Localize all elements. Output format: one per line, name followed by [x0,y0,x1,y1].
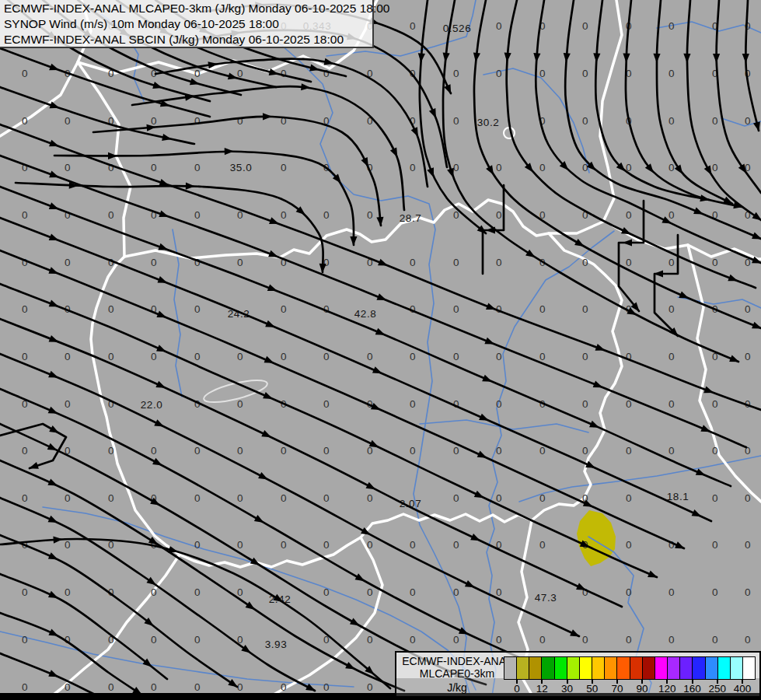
wind-arrowhead [355,573,367,584]
colorbar-cell [679,657,692,679]
wind-arrowhead [580,541,592,551]
wind-arrowhead [48,552,60,562]
wind-streamline [179,30,447,167]
wind-streamline [657,0,732,204]
wind-arrowhead [49,335,61,345]
wind-arrowhead [482,375,494,385]
legend-colorbar [504,656,756,680]
wind-arrowhead [465,580,476,591]
wind-streamline [745,0,759,131]
wind-arrowhead [372,366,384,376]
wind-arrowhead [225,148,234,155]
wind-arrowhead [250,558,262,569]
colorbar-cell [717,657,730,679]
wind-arrowhead [390,147,401,159]
wind-arrowhead [361,157,372,169]
wind-arrowhead [28,462,39,472]
wind-streamline [132,86,404,210]
wind-arrowhead [703,387,714,397]
wind-arrowhead [595,344,606,354]
wind-streamline [0,653,95,695]
wind-arrowhead [692,509,703,520]
wind-arrowhead [696,468,707,478]
wind-arrowhead [350,236,357,246]
wind-arrowhead [679,292,690,302]
wind-streamline [0,156,746,447]
wind-arrowhead [742,54,749,63]
wind-arrowhead [157,276,169,286]
wind-arrowhead [593,380,605,390]
wind-streamline [0,319,622,607]
colorbar-cell [541,657,553,679]
title-line-mlcape: ECMWF-INDEX-ANAL MLCAPE0-3km (J/kg) Mond… [4,1,372,16]
wind-arrowhead [752,322,761,332]
wind-arrowhead [653,54,660,63]
wind-arrowhead [186,183,195,190]
wind-arrowhead [53,536,63,544]
wind-arrowhead [429,108,439,120]
wind-arrowhead [459,627,470,637]
wind-arrowhead [264,356,276,366]
wind-streamline [0,354,579,636]
wind-arrowhead [479,414,490,424]
wind-arrowhead [417,53,425,63]
wind-arrowhead [154,419,166,430]
wind-arrowhead [444,84,454,96]
wind-arrowhead [470,534,482,544]
wind-arrowhead [621,227,633,237]
wind-arrowhead [49,300,61,310]
wind-arrowhead [662,216,673,227]
wind-arrowhead [269,217,280,227]
wind-arrowhead [486,226,495,233]
colorbar-cell [592,657,604,679]
wind-arrowhead [713,54,720,63]
wind-streamline [0,389,536,665]
wind-arrowhead [729,355,741,365]
wind-arrowhead [254,515,266,526]
wind-arrowhead [108,152,117,159]
wind-arrowhead [267,284,279,294]
wind-arrowhead [472,52,480,62]
wind-arrowhead [158,243,169,254]
wind-arrowhead [146,124,156,131]
colorbar-cell [667,657,679,679]
legend-title: ECMWF-INDEX-ANAL [400,655,515,667]
wind-arrowhead [263,113,272,120]
colorbar-cell [604,657,616,679]
wind-arrowhead [532,53,540,63]
colorbar-cell [554,657,567,679]
wind-arrowhead [48,629,60,639]
wind-arrowhead [563,53,571,63]
colorbar-cell [567,657,579,679]
wind-arrowhead [361,527,372,538]
wind-arrowhead [152,458,164,469]
wind-arrowhead [447,168,456,179]
wind-arrowhead [504,53,511,63]
wind-arrowhead [301,83,311,91]
wind-arrowhead [350,618,361,629]
wind-arrowhead [593,53,601,62]
colorbar-cell [730,657,742,679]
wind-arrowhead [265,320,277,331]
colorbar-cell [504,657,516,679]
wind-arrowhead [752,232,761,242]
wind-arrowhead [442,53,449,63]
wind-arrowhead [623,239,632,246]
title-line-sbcin: ECMWF-INDEX-ANAL SBCIN (J/kg) Monday 06-… [4,32,372,47]
wind-arrowhead [486,303,497,313]
wind-arrowhead [268,250,280,261]
wind-arrowhead [49,425,61,436]
wind-arrowhead [156,345,168,355]
wind-arrowhead [752,257,761,267]
wind-arrowhead [48,670,60,680]
wind-arrowhead [319,264,326,273]
wind-arrowhead [156,311,168,321]
wind-streamline [717,0,761,193]
wind-arrowhead [48,591,60,601]
wind-arrowhead [700,425,712,435]
wind-arrowhead [570,629,581,639]
colorbar-cell [705,657,717,679]
wind-arrowhead [150,498,162,509]
wind-arrowhead [583,500,595,510]
wind-arrowhead [585,461,597,471]
